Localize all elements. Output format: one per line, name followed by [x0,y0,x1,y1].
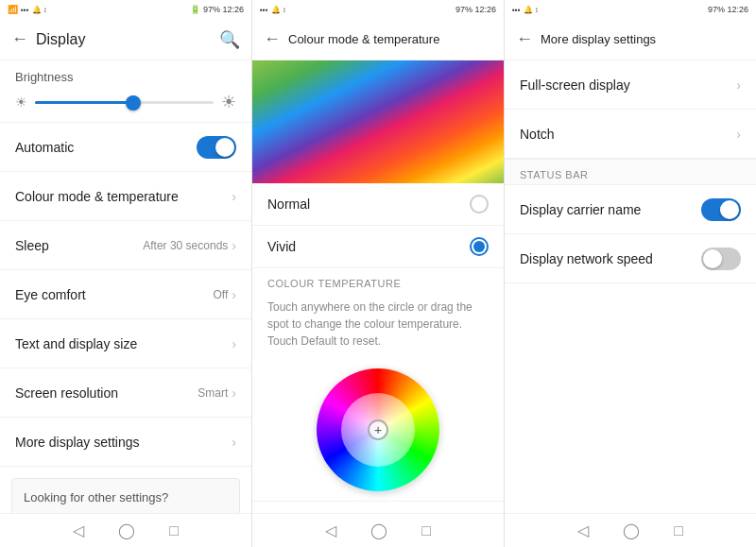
brightness-label: Brightness [15,70,236,84]
status-bar-1: 📶 ▪▪▪ 🔔 ↕ 🔋 📶 📶 🔋 97% 12:26 97% 12:26 [0,0,251,19]
colour-wheel-container[interactable]: + [252,359,504,501]
status-right-3: 97% 12:26 [708,5,748,14]
more-display-panel: ▪▪▪ 🔔 ↕ 97% 12:26 ← More display setting… [505,0,756,547]
back-button-2[interactable]: ← [264,29,281,49]
carrier-name-toggle[interactable] [701,198,741,221]
carrier-name-item[interactable]: Display carrier name [505,185,756,234]
more-display-item[interactable]: More display settings › [0,418,251,467]
sleep-title: Sleep [15,238,143,253]
eye-comfort-content: Eye comfort [15,287,214,302]
automatic-toggle[interactable] [197,136,236,159]
more-display-content: More display settings [15,435,232,450]
back-nav-3[interactable]: ◁ [577,521,589,539]
time-1: 97% 12:26 [203,5,244,14]
sleep-chevron: › [232,238,236,253]
automatic-toggle-knob [215,138,234,157]
battery-icon-1: 🔋 [190,5,200,14]
brightness-slider[interactable] [35,101,214,104]
sleep-item[interactable]: Sleep After 30 seconds › [0,221,251,270]
sleep-value: After 30 seconds [143,239,228,252]
back-button-1[interactable]: ← [11,29,28,49]
status-icons-2: 🔔 ↕ [271,6,286,14]
colour-gradient [252,60,504,183]
back-nav-1[interactable]: ◁ [73,521,84,539]
back-button-3[interactable]: ← [516,29,533,49]
colour-mode-chevron: › [232,189,236,204]
wheel-center-icon: + [368,419,388,440]
suggestion-title: Looking for other settings? [24,490,228,504]
display-header: ← Display 🔍 [0,19,251,60]
screen-resolution-title: Screen resolution [15,385,198,401]
colour-temp-header: COLOUR TEMPERATURE [252,268,504,293]
screen-resolution-item[interactable]: Screen resolution Smart › [0,368,251,418]
default-option[interactable]: Default [252,501,504,513]
vivid-option[interactable]: Vivid [252,226,504,268]
status-bar-section-header: STATUS BAR [505,159,756,185]
screen-resolution-content: Screen resolution [15,385,198,401]
time-3: 97% 12:26 [708,5,748,14]
screen-resolution-chevron: › [232,385,236,401]
automatic-item[interactable]: Automatic [0,123,251,172]
display-settings-list: Brightness ☀ ☀ Automatic [0,60,251,513]
fullscreen-item[interactable]: Full-screen display › [505,60,756,110]
notch-content: Notch [520,127,736,142]
colour-wheel[interactable]: + [317,368,439,491]
eye-comfort-title: Eye comfort [15,287,214,302]
network-speed-title: Display network speed [520,251,701,266]
status-bar-3: ▪▪▪ 🔔 ↕ 97% 12:26 [505,0,756,19]
search-button[interactable]: 🔍 [219,29,240,50]
colour-mode-content: Colour mode & temperature [15,189,232,204]
automatic-content: Automatic [15,140,197,155]
home-nav-2[interactable]: ◯ [370,521,387,539]
brightness-row: ☀ ☀ [15,92,236,112]
network-speed-item[interactable]: Display network speed [505,234,756,283]
eye-comfort-item[interactable]: Eye comfort Off › [0,270,251,319]
network-speed-content: Display network speed [520,251,701,266]
vivid-radio [470,237,489,256]
status-right-2: 97% 12:26 [455,5,496,14]
home-nav-1[interactable]: ◯ [118,521,135,539]
signal-icon-3: ▪▪▪ [260,6,268,14]
nav-bar-2: ◁ ◯ □ [252,513,504,547]
text-display-item[interactable]: Text and display size › [0,319,251,368]
carrier-name-toggle-knob [720,200,739,219]
network-speed-toggle[interactable] [701,248,741,270]
screen-resolution-value: Smart [198,386,228,400]
nav-bar-3: ◁ ◯ □ [505,513,756,547]
signal-icon-2: ▪▪▪ [21,6,29,14]
home-nav-3[interactable]: ◯ [623,521,640,539]
notch-chevron: › [736,127,741,142]
automatic-title: Automatic [15,140,197,155]
eye-comfort-chevron: › [232,287,236,302]
text-display-content: Text and display size [15,336,232,351]
colour-mode-title: Colour mode & temperature [15,189,232,204]
brightness-thumb [126,95,141,111]
status-bar-2: ▪▪▪ 🔔 ↕ 97% 12:26 [252,0,504,19]
time-2: 97% 12:26 [455,5,496,14]
recents-nav-3[interactable]: □ [674,522,683,539]
brightness-fill [35,101,133,104]
fullscreen-chevron: › [736,77,741,93]
normal-option[interactable]: Normal [252,183,504,226]
status-left-1: 📶 ▪▪▪ 🔔 ↕ [8,5,47,14]
colour-mode-panel: ▪▪▪ 🔔 ↕ 97% 12:26 ← Colour mode & temper… [252,0,505,547]
nav-bar-1: ◁ ◯ □ [0,513,251,547]
back-nav-2[interactable]: ◁ [325,521,336,539]
notch-item[interactable]: Notch › [505,110,756,159]
colour-mode-item[interactable]: Colour mode & temperature › [0,172,251,221]
more-display-header: ← More display settings [505,19,756,60]
suggestion-box: Looking for other settings? Simple mode … [11,478,240,513]
colour-mode-header: ← Colour mode & temperature [252,19,504,60]
more-display-title: More display settings [15,435,232,450]
text-display-chevron: › [232,336,236,351]
brightness-high-icon: ☀ [221,92,236,112]
recents-nav-1[interactable]: □ [169,522,179,539]
vivid-label: Vivid [267,239,470,254]
recents-nav-2[interactable]: □ [421,522,431,539]
more-display-chevron: › [232,435,236,450]
eye-comfort-value: Off [214,288,229,301]
status-icons-1: 🔔 ↕ [32,6,47,14]
signal-icon-1: 📶 [8,5,18,14]
status-right-1: 🔋 📶 📶 🔋 97% 12:26 97% 12:26 [190,5,244,14]
carrier-name-title: Display carrier name [520,202,701,217]
